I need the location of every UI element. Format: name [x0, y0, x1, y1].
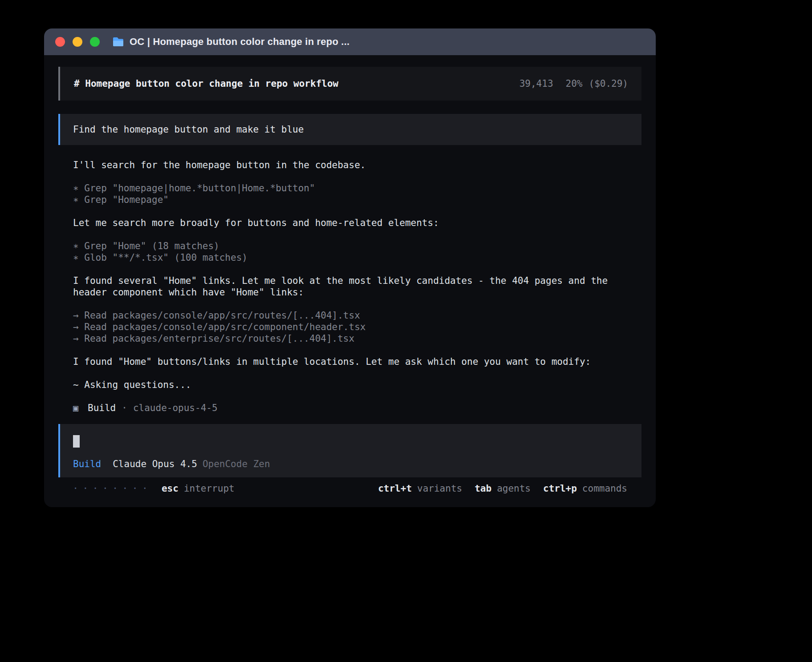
close-button[interactable] — [55, 37, 65, 47]
window-titlebar[interactable]: OC | Homepage button color change in rep… — [44, 28, 656, 55]
tool-call-read: → Read packages/console/app/src/routes/[… — [73, 310, 627, 321]
folder-icon — [112, 37, 124, 47]
user-message-text: Find the homepage button and make it blu… — [73, 124, 304, 135]
session-header: # Homepage button color change in repo w… — [58, 67, 641, 101]
active-agent-label[interactable]: Build — [73, 459, 101, 469]
tool-call-group: ∗ Grep "homepage|home.*button|Home.*butt… — [73, 182, 627, 206]
input-status-line: BuildClaude Opus 4.5OpenCode Zen — [73, 458, 628, 470]
commands-hint: ctrl+p commands — [543, 483, 627, 494]
esc-key: esc — [162, 483, 179, 494]
tool-call-grep: ∗ Grep "Home" (18 matches) — [73, 240, 627, 252]
window-title: OC | Homepage button color change in rep… — [130, 36, 349, 48]
variants-label: variants — [417, 483, 462, 494]
session-title: # Homepage button color change in repo w… — [74, 78, 338, 89]
commands-label: commands — [582, 483, 627, 494]
agent-separator: · — [122, 402, 127, 414]
session-cost: ($0.29) — [589, 78, 628, 89]
ctrl-t-key: ctrl+t — [378, 483, 412, 494]
agent-badge: ▣ Build · claude-opus-4-5 — [73, 402, 627, 414]
spinner-dots-icon: ········ — [73, 483, 152, 494]
tool-call-group: ∗ Grep "Home" (18 matches) ∗ Glob "**/*.… — [73, 240, 627, 263]
tool-call-group: → Read packages/console/app/src/routes/[… — [73, 310, 627, 344]
minimize-button[interactable] — [73, 37, 82, 47]
assistant-text: Let me search more broadly for buttons a… — [73, 217, 627, 229]
conversation-transcript: I'll search for the homepage button in t… — [58, 159, 641, 414]
status-bar-right: ctrl+t variants tab agents ctrl+p comman… — [378, 483, 627, 494]
interrupt-label: interrupt — [184, 483, 235, 494]
status-bar-left: ········ esc interrupt — [73, 483, 235, 494]
tab-key: tab — [475, 483, 491, 494]
window-controls — [55, 37, 100, 47]
status-bar: ········ esc interrupt ctrl+t variants t… — [58, 483, 641, 494]
tool-call-grep: ∗ Grep "homepage|home.*button|Home.*butt… — [73, 182, 627, 194]
variants-hint: ctrl+t variants — [378, 483, 462, 494]
zoom-button[interactable] — [90, 37, 100, 47]
build-agent-icon: ▣ — [73, 402, 78, 414]
text-cursor — [73, 435, 80, 448]
assistant-text: I found "Home" buttons/links in multiple… — [73, 356, 627, 367]
tool-call-grep: ∗ Grep "Homepage" — [73, 194, 627, 206]
context-percent: 20% — [566, 78, 583, 89]
ctrl-p-key: ctrl+p — [543, 483, 577, 494]
provider-label: OpenCode Zen — [203, 459, 270, 469]
agents-label: agents — [497, 483, 531, 494]
interrupt-hint: esc interrupt — [162, 483, 235, 494]
assistant-text: I found several "Home" links. Let me loo… — [73, 275, 627, 298]
user-message: Find the homepage button and make it blu… — [58, 114, 641, 145]
active-model-label: Claude Opus 4.5 — [113, 459, 197, 469]
prompt-input[interactable]: BuildClaude Opus 4.5OpenCode Zen — [58, 424, 641, 477]
agent-model: claude-opus-4-5 — [133, 402, 218, 414]
terminal-window: OC | Homepage button color change in rep… — [44, 28, 656, 507]
agent-name: Build — [88, 402, 116, 414]
terminal-content: # Homepage button color change in repo w… — [44, 67, 656, 494]
status-text: ~ Asking questions... — [73, 379, 627, 391]
tool-call-read: → Read packages/console/app/src/componen… — [73, 321, 627, 333]
title-group: OC | Homepage button color change in rep… — [112, 36, 349, 48]
tool-call-read: → Read packages/enterprise/src/routes/[.… — [73, 333, 627, 344]
session-stats: 39,41320%($0.29) — [520, 78, 628, 89]
assistant-text: I'll search for the homepage button in t… — [73, 159, 627, 171]
agents-hint: tab agents — [475, 483, 531, 494]
token-count: 39,413 — [520, 78, 553, 89]
tool-call-glob: ∗ Glob "**/*.tsx" (100 matches) — [73, 252, 627, 263]
